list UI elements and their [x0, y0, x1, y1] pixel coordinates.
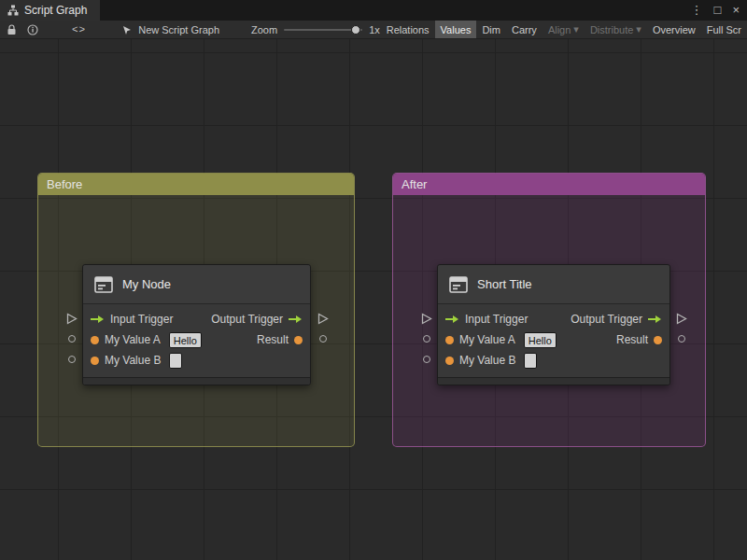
new-script-graph-button[interactable]: New Script Graph	[121, 24, 219, 35]
flow-port-icon	[289, 315, 303, 324]
chevron-down-icon: ▾	[573, 23, 579, 35]
port-my-value-a[interactable]: My Value A Hello	[91, 332, 202, 348]
value-port-icon	[294, 336, 303, 344]
port-output-trigger[interactable]: Output Trigger	[571, 313, 662, 326]
info-icon[interactable]	[27, 24, 38, 35]
node-title: Short Title	[477, 277, 532, 291]
overview-button[interactable]: Overview	[647, 21, 701, 38]
flow-port-icon	[648, 315, 662, 324]
port-my-value-b[interactable]: My Value B	[445, 353, 537, 369]
value-port-outer-icon[interactable]	[68, 335, 76, 343]
window-tab-bar: Script Graph ⋮ □ ×	[0, 0, 747, 21]
graph-pointer-icon	[121, 24, 133, 35]
node-footer	[438, 377, 669, 385]
zoom-slider[interactable]	[284, 29, 362, 31]
lock-icon[interactable]	[7, 24, 17, 35]
value-port-icon	[445, 336, 454, 344]
maximize-icon[interactable]: □	[714, 0, 722, 21]
value-port-icon	[445, 357, 454, 365]
node-header[interactable]: My Node	[83, 265, 310, 304]
flow-port-icon	[91, 315, 105, 324]
flow-port-icon	[445, 315, 459, 324]
align-button[interactable]: Align ▾	[543, 21, 585, 38]
fullscreen-button[interactable]: Full Scr	[701, 21, 747, 38]
flow-port-outer-icon[interactable]	[421, 313, 432, 325]
graph-toolbar: <> New Script Graph Zoom 1x Relations Va…	[0, 21, 747, 39]
value-b-field[interactable]	[169, 353, 182, 369]
flow-port-outer-icon[interactable]	[676, 313, 687, 325]
graph-canvas[interactable]: Before After My Node Inpu	[0, 39, 747, 560]
code-icon[interactable]: <>	[72, 24, 86, 35]
flow-port-outer-icon[interactable]	[66, 313, 78, 325]
value-port-icon	[654, 336, 662, 344]
value-a-field[interactable]: Hello	[524, 332, 557, 348]
value-port-outer-icon[interactable]	[423, 335, 430, 343]
port-result[interactable]: Result	[257, 333, 303, 346]
value-port-outer-icon[interactable]	[319, 335, 327, 343]
distribute-button[interactable]: Distribute ▾	[585, 21, 647, 38]
value-port-icon	[91, 336, 99, 344]
zoom-value: 1x	[369, 24, 380, 35]
port-input-trigger[interactable]: Input Trigger	[91, 313, 173, 326]
group-before-title: Before	[47, 177, 82, 191]
port-my-value-a[interactable]: My Value A Hello	[445, 332, 557, 348]
tab-title: Script Graph	[24, 4, 87, 17]
tab-script-graph[interactable]: Script Graph	[0, 0, 100, 21]
unit-icon	[448, 275, 469, 294]
port-input-trigger[interactable]: Input Trigger	[445, 313, 528, 326]
relations-button[interactable]: Relations	[381, 21, 435, 38]
group-after-title: After	[402, 177, 427, 191]
node-my-node[interactable]: My Node Input Trigger Output Trigger My …	[82, 264, 311, 385]
port-result[interactable]: Result	[616, 333, 662, 346]
values-button[interactable]: Values	[435, 21, 477, 38]
flow-port-outer-icon[interactable]	[317, 313, 329, 325]
zoom-slider-knob[interactable]	[351, 25, 360, 35]
dim-button[interactable]: Dim	[476, 21, 506, 38]
node-title: My Node	[122, 277, 171, 291]
port-my-value-b[interactable]: My Value B	[91, 353, 182, 369]
value-port-icon	[91, 357, 99, 365]
zoom-label: Zoom	[251, 24, 277, 35]
port-output-trigger[interactable]: Output Trigger	[211, 313, 303, 326]
value-port-outer-icon[interactable]	[678, 335, 685, 343]
unit-icon	[93, 275, 114, 294]
script-graph-icon	[7, 5, 19, 16]
chevron-down-icon: ▾	[636, 23, 641, 35]
group-before-header[interactable]: Before	[38, 174, 354, 195]
new-script-graph-label: New Script Graph	[138, 24, 219, 35]
carry-button[interactable]: Carry	[506, 21, 543, 38]
node-short-title[interactable]: Short Title Input Trigger Output Trigger…	[437, 264, 670, 385]
node-footer	[83, 377, 310, 385]
kebab-menu-icon[interactable]: ⋮	[691, 0, 703, 21]
close-icon[interactable]: ×	[732, 0, 740, 21]
node-header[interactable]: Short Title	[438, 265, 669, 304]
value-port-outer-icon[interactable]	[423, 356, 430, 363]
value-b-field[interactable]	[524, 353, 537, 369]
value-port-outer-icon[interactable]	[68, 356, 76, 363]
align-label: Align	[548, 24, 571, 35]
value-a-field[interactable]: Hello	[169, 332, 202, 348]
group-after-header[interactable]: After	[393, 174, 705, 195]
distribute-label: Distribute	[590, 24, 633, 35]
